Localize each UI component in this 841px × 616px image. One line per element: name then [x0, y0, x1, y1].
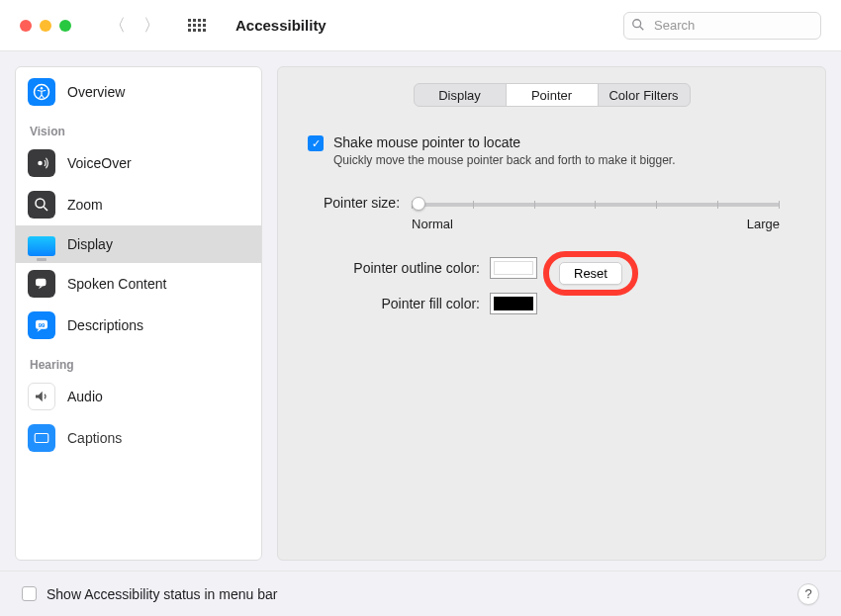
window-title: Accessibility	[235, 17, 327, 34]
accessibility-icon	[28, 78, 55, 106]
shake-checkbox[interactable]: ✓	[308, 135, 324, 151]
search-input[interactable]	[623, 12, 821, 40]
nav-arrows: 〈 〉	[109, 14, 160, 37]
reset-button[interactable]: Reset	[559, 262, 622, 285]
fill-color-label: Pointer fill color:	[312, 296, 480, 311]
shake-description: Quickly move the mouse pointer back and …	[333, 152, 676, 169]
slider-max-label: Large	[747, 217, 780, 231]
shake-checkbox-row: ✓ Shake mouse pointer to locate Quickly …	[302, 134, 801, 169]
sidebar-item-label: Spoken Content	[67, 276, 166, 292]
tab-bar: Display Pointer Color Filters	[414, 83, 691, 107]
tab-pointer[interactable]: Pointer	[506, 84, 598, 106]
svg-point-4	[38, 161, 43, 166]
sidebar-item-descriptions[interactable]: 99 Descriptions	[16, 305, 261, 346]
window-controls	[20, 20, 71, 32]
display-icon	[28, 236, 55, 256]
titlebar: 〈 〉 Accessibility	[0, 0, 841, 51]
fill-color-row: Pointer fill color:	[312, 293, 792, 314]
sidebar-item-display[interactable]: Display	[16, 225, 261, 263]
sidebar-item-captions[interactable]: Captions	[16, 417, 261, 459]
help-button[interactable]: ?	[797, 583, 819, 605]
outline-color-well[interactable]	[490, 257, 537, 279]
sidebar-item-label: Captions	[67, 430, 122, 446]
svg-text:99: 99	[39, 322, 46, 328]
maximize-button[interactable]	[59, 20, 71, 32]
status-menubar-checkbox[interactable]	[22, 586, 37, 601]
audio-icon	[28, 383, 55, 410]
close-button[interactable]	[20, 20, 32, 32]
sidebar-item-label: Overview	[67, 84, 125, 100]
shake-text: Shake mouse pointer to locate Quickly mo…	[333, 134, 676, 169]
minimize-button[interactable]	[40, 20, 51, 32]
reset-highlight: Reset	[543, 251, 638, 296]
sidebar-item-audio[interactable]: Audio	[16, 376, 261, 417]
main-panel: Display Pointer Color Filters ✓ Shake mo…	[277, 66, 826, 561]
sidebar-item-voiceover[interactable]: VoiceOver	[16, 142, 261, 184]
color-settings: Pointer outline color: Pointer fill colo…	[302, 257, 801, 314]
sidebar-header-hearing: Hearing	[16, 346, 261, 376]
descriptions-icon: 99	[28, 311, 55, 339]
sidebar-item-label: Display	[67, 236, 113, 252]
tab-display[interactable]: Display	[415, 84, 506, 106]
pointer-size-label: Pointer size:	[324, 195, 400, 211]
pointer-size-row: Pointer size: Normal Large	[302, 195, 801, 231]
zoom-icon	[28, 191, 55, 219]
body-area: Overview Vision VoiceOver Zoom Displa	[0, 51, 841, 571]
slider-min-label: Normal	[412, 217, 453, 231]
tab-color-filters[interactable]: Color Filters	[598, 84, 690, 106]
status-menubar-label: Show Accessibility status in menu bar	[47, 586, 277, 602]
svg-rect-7	[36, 279, 47, 287]
sidebar-item-label: VoiceOver	[67, 155, 132, 171]
sidebar-item-label: Zoom	[67, 197, 103, 213]
back-button[interactable]: 〈	[109, 14, 126, 37]
sidebar: Overview Vision VoiceOver Zoom Displa	[15, 66, 262, 561]
svg-point-5	[36, 199, 45, 208]
search-container	[623, 12, 821, 40]
pointer-size-slider[interactable]: Normal Large	[412, 195, 780, 231]
svg-point-0	[633, 19, 641, 27]
svg-rect-10	[35, 434, 48, 443]
voiceover-icon	[28, 149, 55, 177]
svg-point-3	[41, 87, 43, 89]
spoken-icon	[28, 270, 55, 298]
sidebar-item-zoom[interactable]: Zoom	[16, 184, 261, 225]
outline-color-label: Pointer outline color:	[312, 260, 480, 276]
svg-line-1	[640, 26, 644, 30]
sidebar-item-spoken[interactable]: Spoken Content	[16, 263, 261, 305]
search-icon	[631, 18, 645, 35]
sidebar-item-label: Audio	[67, 389, 103, 404]
sidebar-header-vision: Vision	[16, 113, 261, 142]
sidebar-item-overview[interactable]: Overview	[16, 71, 261, 113]
forward-button[interactable]: 〉	[143, 14, 160, 37]
fill-color-well[interactable]	[490, 293, 537, 314]
slider-thumb[interactable]	[412, 197, 425, 211]
accessibility-window: 〈 〉 Accessibility Overview Vision	[0, 0, 841, 616]
footer: Show Accessibility status in menu bar ?	[0, 571, 841, 616]
captions-icon	[28, 424, 55, 452]
sidebar-item-label: Descriptions	[67, 317, 143, 333]
shake-label: Shake mouse pointer to locate	[333, 134, 676, 150]
show-all-icon[interactable]	[188, 19, 206, 32]
svg-line-6	[44, 207, 47, 211]
